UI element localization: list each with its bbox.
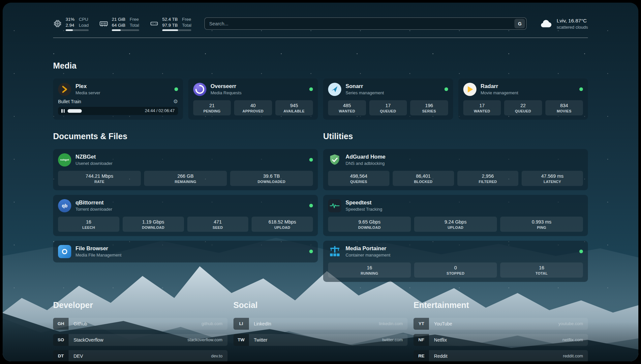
- portainer-titles: Media Portainer Container management: [346, 245, 390, 258]
- cpu-widget-body: 31% CPU 2.94 Load: [66, 16, 89, 31]
- memory-free-label: Free: [130, 16, 139, 22]
- service-card-nzbget[interactable]: nzbget NZBGet Usenet downloader 744.21 M…: [53, 149, 318, 190]
- cpu-progress-bar: [66, 29, 89, 31]
- status-dot: [309, 158, 313, 162]
- stat-approved: 40 APPROVED: [234, 100, 272, 115]
- stat-value: 618.52 Mbps: [253, 219, 312, 225]
- plex-icon: [58, 83, 71, 96]
- radarr-icon: [463, 83, 476, 96]
- stat-value: 16: [502, 265, 582, 270]
- dashboard-panel: 31% CPU 2.94 Load: [3, 3, 638, 361]
- bookmark-dev[interactable]: DT DEV dev.to: [53, 350, 228, 361]
- stat-value: 16: [329, 265, 410, 270]
- cpu-usage-value: 31%: [66, 16, 75, 22]
- overseerr-icon: [193, 83, 206, 96]
- service-description: DNS and adblocking: [346, 161, 385, 166]
- playback-track[interactable]: [68, 109, 141, 113]
- bookmark-reddit[interactable]: RE Reddit reddit.com: [413, 350, 588, 361]
- stat-value: 1.19 Gbps: [124, 219, 183, 225]
- cpu-widget: 31% CPU 2.94 Load: [53, 16, 89, 31]
- stat-value: 744.21 Mbps: [59, 173, 139, 179]
- service-card-filebrowser[interactable]: File Browser Media File Management: [53, 241, 318, 262]
- radarr-titles: Radarr Movie management: [481, 83, 518, 95]
- stat-value: 2,956: [459, 173, 517, 179]
- bookmark-abbr: RE: [413, 350, 429, 361]
- stat-label: MOVIES: [547, 109, 582, 113]
- search-input[interactable]: [209, 21, 514, 26]
- plex-titles: Plex Media server: [76, 83, 100, 95]
- section-title-media: Media: [53, 61, 588, 71]
- stat-label: BLOCKED: [394, 180, 453, 184]
- disk-drive-icon: [150, 19, 159, 28]
- service-card-sonarr[interactable]: Sonarr Series management 485 WANTED 17 Q…: [323, 78, 453, 120]
- service-card-qbittorrent[interactable]: qb qBittorrent Torrent downloader 16 LEE…: [53, 195, 318, 236]
- memory-progress-fill: [112, 29, 121, 31]
- stat-upload: 618.52 Mbps UPLOAD: [252, 217, 313, 232]
- stats-row: 744.21 Mbps RATE 266 GB REMAINING 39.6 T…: [58, 171, 313, 186]
- search-provider-button[interactable]: G: [514, 19, 525, 28]
- stat-value: 471: [189, 219, 247, 225]
- bookmark-abbr: LI: [233, 318, 249, 330]
- memory-widget-body: 21 GiB Free 64 GiB Total: [112, 16, 139, 31]
- stat-value: 22: [505, 103, 541, 108]
- service-card-radarr[interactable]: Radarr Movie management 17 WANTED 22 QUE…: [458, 78, 588, 120]
- bookmark-youtube[interactable]: YT YouTube youtube.com: [413, 318, 588, 330]
- media-card-grid: Plex Media server Bullet Train ⚙: [53, 78, 588, 120]
- service-name: NZBGet: [76, 154, 112, 160]
- disk-free-label: Free: [182, 16, 192, 22]
- playback-bar[interactable]: 24:44 / 02:06:47: [58, 107, 178, 115]
- search-bar[interactable]: G: [204, 17, 527, 30]
- stat-label: STOPPED: [415, 271, 496, 275]
- bookmark-stackoverflow[interactable]: SO StackOverflow stackoverflow.com: [53, 334, 228, 346]
- service-name: qBittorrent: [76, 199, 112, 206]
- service-description: Media Requests: [211, 90, 242, 95]
- bookmark-twitter[interactable]: TW Twitter twitter.com: [233, 334, 408, 346]
- service-description: Movie management: [481, 90, 518, 95]
- service-card-plex[interactable]: Plex Media server Bullet Train ⚙: [53, 78, 183, 120]
- status-dot: [309, 204, 313, 207]
- bookmark-name: DEV: [74, 353, 83, 359]
- stat-total: 16 TOTAL: [500, 262, 583, 278]
- service-name: Sonarr: [346, 83, 384, 89]
- stat-label: DOWNLOAD: [329, 226, 410, 229]
- bookmark-github[interactable]: GH Github github.com: [53, 318, 228, 330]
- memory-progress-bar: [112, 29, 139, 31]
- stat-value: 0: [415, 265, 496, 270]
- stats-row: 16 LEECH 1.19 Gbps DOWNLOAD 471 SEED: [58, 217, 313, 232]
- stat-seed: 471 SEED: [187, 217, 249, 232]
- stat-value: 9.24 Gbps: [415, 219, 496, 225]
- stat-label: RATE: [59, 180, 139, 184]
- speedtest-pulse-icon: [328, 199, 341, 212]
- gear-icon[interactable]: ⚙: [173, 99, 178, 104]
- stat-label: WANTED: [465, 109, 500, 113]
- cpu-chip-icon: [53, 19, 62, 28]
- service-card-portainer[interactable]: Media Portainer Container management 16 …: [323, 241, 588, 282]
- stat-stopped: 0 STOPPED: [414, 262, 497, 278]
- service-card-overseerr[interactable]: Overseerr Media Requests 21 PENDING 40 A…: [188, 78, 318, 120]
- memory-widget: 21 GiB Free 64 GiB Total: [99, 16, 139, 31]
- stat-value: 485: [329, 103, 365, 108]
- bookmark-domain: youtube.com: [559, 321, 583, 326]
- documents-column: Documents & Files nzbget NZBGet Usenet d…: [53, 132, 318, 282]
- bookmark-linkedin[interactable]: LI LinkedIn linkedin.com: [233, 318, 408, 330]
- stat-label: UPLOAD: [253, 226, 312, 229]
- service-card-speedtest[interactable]: Speedtest Speedtest Tracking 9.65 Gbps D…: [323, 195, 588, 236]
- qbittorrent-icon: qb: [58, 199, 71, 212]
- bookmark-name: StackOverflow: [74, 337, 103, 343]
- service-description: Media File Management: [76, 253, 121, 258]
- bookmark-domain: twitter.com: [382, 337, 403, 342]
- pause-icon[interactable]: [61, 109, 65, 113]
- stat-label: AVAILABLE: [277, 109, 312, 113]
- service-card-adguard[interactable]: AdGuard Home DNS and adblocking 498,564 …: [323, 149, 588, 190]
- disk-total-value: 97.9 TB: [162, 22, 178, 28]
- memory-ram-icon: [99, 19, 108, 28]
- portainer-crane-icon: [328, 245, 341, 258]
- stat-label: QUEUED: [505, 109, 541, 113]
- bookmark-netflix[interactable]: NF Netflix netflix.com: [413, 334, 588, 346]
- stat-downloaded: 39.6 TB DOWNLOADED: [230, 171, 313, 186]
- stat-queued: 22 QUEUED: [504, 100, 542, 115]
- filebrowser-icon: [58, 245, 71, 258]
- stat-value: 17: [371, 103, 406, 108]
- bookmark-name: LinkedIn: [254, 321, 271, 326]
- stat-label: WANTED: [329, 109, 365, 113]
